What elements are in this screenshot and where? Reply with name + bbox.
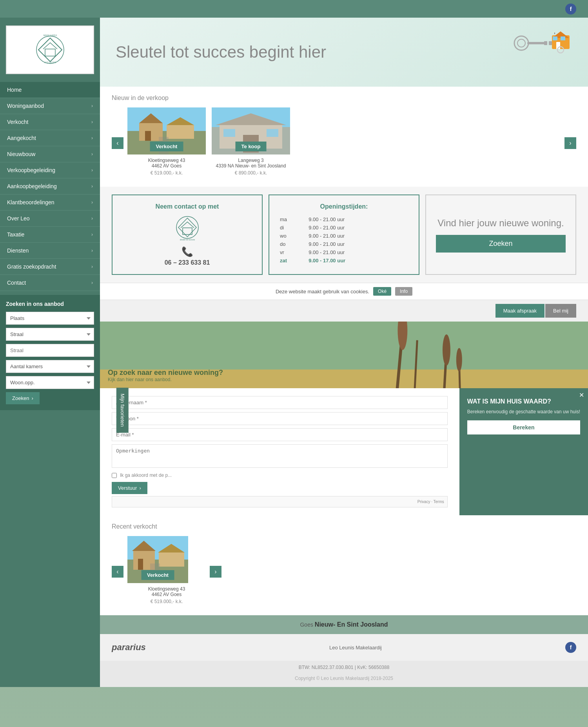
zoeken-button[interactable]: Zoeken [436,235,566,253]
recent-property-card: Verkocht Kloetingseweg 43 4462 AV Goes €… [127,536,206,607]
waard-desc: Bereken eenvoudig de geschatte waarde va… [467,409,580,414]
recent-carousel: ‹ Verko [112,536,576,607]
straal-input[interactable] [6,344,94,357]
cookie-text: Deze website maakt gebruik van cookies. [276,289,369,294]
contact-box-title: Neem contact op met [120,203,254,210]
svg-point-5 [514,36,528,50]
svg-rect-7 [527,42,547,44]
hours-row-di: di 9.00 - 21.00 uur [278,224,410,231]
search-sidebar-title: Zoeken in ons aanbod [6,301,94,307]
svg-text:MAKELAARDIJ: MAKELAARDIJ [43,34,57,36]
main-content: Sleutel tot succes begint hier [100,18,588,687]
svg-rect-9 [549,41,552,45]
property-price-2: € 890.000,- k.k. [212,170,290,176]
recent-next-button[interactable]: › [210,566,221,578]
phone-input[interactable] [112,412,448,425]
verstuur-button[interactable]: Verstuur › [112,482,147,494]
hours-title: Openingstijden: [277,203,411,210]
waard-close-button[interactable]: ✕ [579,391,584,399]
action-buttons-area: Maak afspraak Bel mij [100,300,588,322]
nav-item-home[interactable]: Home [0,82,100,98]
cookie-ok-button[interactable]: Oké [373,287,391,296]
maak-afspraak-button[interactable]: Maak afspraak [495,304,544,318]
contact-logo-area: sleutel tot succes [120,215,254,242]
email-input[interactable] [112,428,448,441]
cookie-bar: Deze website maakt gebruik van cookies. … [100,283,588,300]
property-address-2: Langeweg 3 [212,158,290,163]
landscape-text: Op zoek naar een nieuwe woning? Kijk dan… [108,369,223,382]
info-grid: Neem contact op met sleutel tot succes 📞… [100,187,588,283]
cookie-info-button[interactable]: Info [395,287,412,296]
nav-item-verkocht[interactable]: Verkocht › [0,114,100,130]
bel-mij-button[interactable]: Bel mij [545,304,576,318]
kamers-select[interactable]: Aantal kamers [6,360,94,373]
nav-item-klantbeoordelingen[interactable]: Klantbeoordelingen › [0,194,100,211]
woonopp-select[interactable]: Woon.opp. [6,376,94,389]
svg-rect-49 [138,559,143,570]
chevron-right-icon: › [91,216,93,221]
carousel-content: Verkocht Kloetingseweg 43 4462 AV Goes €… [127,107,561,179]
hero-keys-image [510,29,572,75]
top-bar: f [0,0,588,18]
chevron-right-icon: › [91,135,93,141]
footer-copyright: Copyright © Leo Leunis Makelaardij 2018-… [100,676,588,687]
recaptcha: Privacy · Terms [112,496,448,507]
nav-item-over-leo[interactable]: Over Leo › [0,211,100,227]
nav-item-verkoopbegeleiding[interactable]: Verkoopbegeleiding › [0,162,100,178]
svg-rect-2 [45,49,55,56]
chevron-right-icon: › [91,103,93,109]
svg-text:LEO LEUNIS: LEO LEUNIS [44,61,56,64]
carousel-nav: ‹ [112,107,576,179]
nav-item-gratis-zoekopdracht[interactable]: Gratis zoekopdracht › [0,259,100,275]
footer-legal: BTW: NL8522.37.030.B01 | KvK: 56650388 [100,661,588,676]
arrow-right-icon: › [139,485,141,491]
facebook-icon-footer[interactable]: f [565,642,576,653]
footer-btw: BTW: NL8522.37.030.B01 | KvK: 56650388 [112,665,576,670]
hours-row-wo: wo 9.00 - 21.00 uur [278,232,410,240]
nav-item-woningaanbod[interactable]: Woningaanbod › [0,98,100,114]
svg-rect-50 [159,553,184,567]
property-card-2: Te koop Langeweg 3 4339 NA Nieuw- en Sin… [212,107,290,179]
svg-rect-14 [561,36,565,40]
carousel-prev-button[interactable]: ‹ [112,137,123,149]
plaats-select[interactable]: Plaats [6,312,94,325]
hero-title: Sleutel tot succes begint hier [116,43,326,62]
waard-title: WAT IS MIJN HUIS WAARD? [467,398,580,405]
svg-rect-8 [544,41,547,45]
logo-area: LEO LEUNIS MAKELAARDIJ [6,25,94,74]
forsale-badge-2: Te koop [236,142,267,151]
nav-item-aankoopbegeleiding[interactable]: Aankoopbegeleiding › [0,178,100,194]
remarks-textarea[interactable] [112,444,448,468]
contact-form: Ik ga akkoord met de p... Verstuur › Pri… [100,388,459,515]
nav-item-nieuwbouw[interactable]: Nieuwbouw › [0,146,100,162]
search-cta-box: Vind hier jouw nieuwe woning. Zoeken [425,194,576,275]
carousel-next-button[interactable]: › [564,137,576,149]
recent-section: Recent verkocht ‹ [100,515,588,615]
akkoord-checkbox[interactable] [112,473,117,478]
chevron-right-icon: › [91,184,93,189]
svg-point-6 [517,39,525,47]
fav-tab[interactable]: Mijn favorieten [116,388,129,433]
region-text: Goes Nieuw- En Sint Joosland [112,621,576,628]
hours-row-ma: ma 9.00 - 21.00 uur [278,216,410,223]
nav-item-contact[interactable]: Contact › [0,275,100,291]
phone-number: 06 – 233 633 81 [120,259,254,266]
search-sidebar-section: Zoeken in ons aanbod Plaats Straal Aanta… [0,295,100,410]
landscape-section: Op zoek naar een nieuwe woning? Kijk dan… [100,322,588,388]
straal-select[interactable]: Straal [6,328,94,341]
footer-region: Goes Nieuw- En Sint Joosland [100,615,588,634]
bereken-button[interactable]: Bereken [467,420,580,434]
property-info-2: Langeweg 3 4339 NA Nieuw- en Sint Joosla… [212,154,290,179]
nav-item-diensten[interactable]: Diensten › [0,243,100,259]
facebook-icon-top[interactable]: f [565,4,576,15]
recent-sold-badge: Verkocht [141,570,174,580]
svg-text:sleutel tot succes: sleutel tot succes [180,238,195,241]
search-cta-text: Vind hier jouw nieuwe woning. [437,217,564,229]
sidebar-search-button[interactable]: Zoeken › [6,392,40,404]
recent-prev-button[interactable]: ‹ [112,566,123,578]
lastname-input[interactable] [112,396,448,409]
hours-row-vr: vr 9.00 - 21.00 uur [278,249,410,256]
nav-item-taxatie[interactable]: Taxatie › [0,227,100,243]
nav-item-aangekocht[interactable]: Aangekocht › [0,130,100,146]
property-city-1: 4462 AV Goes [127,163,206,169]
